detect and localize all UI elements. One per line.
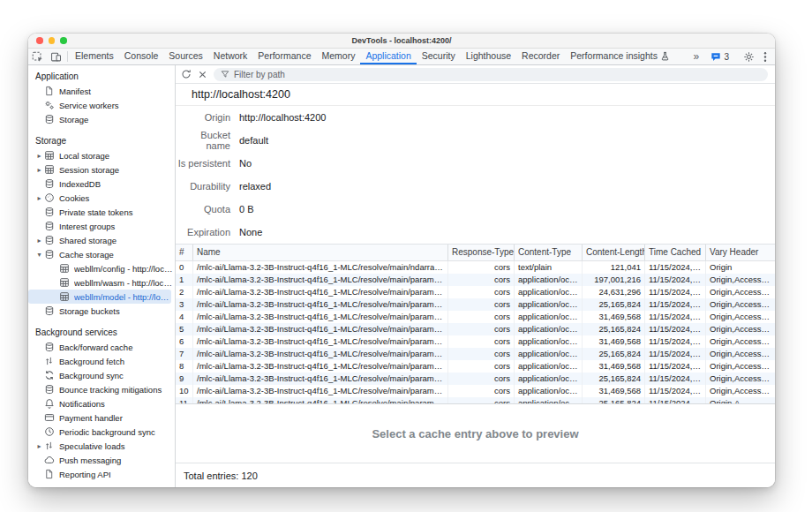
sidebar-item-interest-groups[interactable]: Interest groups (28, 219, 175, 233)
cell-content-length: 31,469,568 (583, 335, 645, 348)
cache-entry-row[interactable]: 11/mlc-ai/Llama-3.2-3B-Instruct-q4f16_1-… (176, 397, 775, 403)
devtools-tabbar: ElementsConsoleSourcesNetworkPerformance… (28, 49, 775, 65)
cache-entry-row[interactable]: 8/mlc-ai/Llama-3.2-3B-Instruct-q4f16_1-M… (176, 360, 775, 373)
tab-lighthouse[interactable]: Lighthouse (461, 49, 516, 64)
detail-value: 0 B (239, 204, 254, 215)
chevron-down-icon[interactable]: ▾ (34, 251, 44, 259)
partial-row-clip: 11/mlc-ai/Llama-3.2-3B-Instruct-q4f16_1-… (176, 397, 775, 403)
issues-button[interactable]: 3 (706, 52, 733, 62)
sidebar-item-session-storage[interactable]: ▸Session storage (28, 162, 175, 177)
tab-performance[interactable]: Performance (252, 49, 316, 64)
sidebar-item-indexeddb[interactable]: IndexedDB (28, 177, 175, 191)
column-header-response-type[interactable]: Response-Type (448, 245, 515, 260)
tab-security[interactable]: Security (417, 49, 461, 64)
column-header-time-cached[interactable]: Time Cached (645, 245, 706, 260)
sidebar-item-back-forward-cache[interactable]: Back/forward cache (28, 340, 175, 354)
sidebar-item-reporting-api[interactable]: Reporting API (28, 467, 175, 481)
column-header-content-length[interactable]: Content-Length (583, 245, 645, 260)
sidebar-item-storage[interactable]: Storage (28, 112, 175, 126)
tab-network[interactable]: Network (208, 49, 253, 64)
column-header-vary-header[interactable]: Vary Header (706, 245, 775, 260)
sidebar-item-local-storage[interactable]: ▸Local storage (28, 148, 175, 162)
cache-entry-row[interactable]: 5/mlc-ai/Llama-3.2-3B-Instruct-q4f16_1-M… (176, 323, 775, 335)
filter-placeholder: Filter by path (234, 70, 285, 79)
settings-gear-icon[interactable] (740, 51, 758, 63)
cell-item: 2 (176, 286, 193, 298)
tab-sources[interactable]: Sources (163, 49, 208, 64)
sidebar-item-background-sync[interactable]: Background sync (28, 368, 175, 382)
sidebar-item-label: Speculative loads (59, 441, 126, 451)
cache-entry-row[interactable]: 7/mlc-ai/Llama-3.2-3B-Instruct-q4f16_1-M… (176, 348, 775, 360)
tabbar-right-icons: » 3 (687, 49, 775, 64)
filter-input[interactable]: Filter by path (214, 68, 768, 81)
cache-entry-row[interactable]: 3/mlc-ai/Llama-3.2-3B-Instruct-q4f16_1-M… (176, 298, 775, 311)
sidebar-item-periodic-background-sync[interactable]: Periodic background sync (28, 425, 175, 439)
bell-icon (44, 398, 56, 409)
sidebar-item-label: Private state tokens (59, 207, 134, 217)
sidebar-item-shared-storage[interactable]: ▸Shared storage (28, 233, 175, 247)
sidebar-item-label: webllm/model - http://loc… (74, 292, 171, 302)
tab-elements[interactable]: Elements (70, 49, 119, 64)
cache-entry-row[interactable]: 6/mlc-ai/Llama-3.2-3B-Instruct-q4f16_1-M… (176, 335, 775, 348)
inspect-element-icon[interactable] (28, 49, 47, 64)
cache-storage-panel: Filter by path http://localhost:4200 Ori… (176, 65, 775, 487)
refresh-icon[interactable] (181, 69, 192, 79)
sidebar-item-webllm-wasm-http-loca[interactable]: webllm/wasm - http://loca… (28, 275, 175, 290)
cell-name: /mlc-ai/Llama-3.2-3B-Instruct-q4f16_1-ML… (193, 397, 448, 403)
column-header-name[interactable]: Name (193, 245, 448, 260)
detail-row-is-persistent: Is persistentNo (176, 152, 775, 175)
cell-content-length: 197,001,216 (583, 274, 645, 286)
sidebar-item-storage-buckets[interactable]: Storage buckets (28, 304, 175, 318)
chevron-right-icon[interactable]: ▸ (34, 237, 44, 245)
delete-selected-icon[interactable] (198, 70, 207, 79)
chevron-right-icon[interactable]: ▸ (34, 442, 44, 450)
column-header-content-type[interactable]: Content-Type (515, 245, 583, 260)
database-icon (44, 207, 56, 217)
table-icon (59, 291, 71, 302)
more-tabs-button[interactable]: » (687, 50, 705, 63)
sidebar-item-webllm-model-http-loc[interactable]: webllm/model - http://loc… (28, 290, 171, 304)
tab-recorder[interactable]: Recorder (516, 49, 565, 64)
cache-entry-row[interactable]: 9/mlc-ai/Llama-3.2-3B-Instruct-q4f16_1-M… (176, 373, 775, 385)
cell-response-type: cors (448, 323, 515, 335)
cell-vary-header: Origin,Access… (706, 323, 775, 335)
chevron-right-icon[interactable]: ▸ (34, 166, 44, 174)
tab-application[interactable]: Application (360, 49, 416, 64)
service-worker-icon (44, 100, 56, 110)
cache-entry-row[interactable]: 0/mlc-ai/Llama-3.2-3B-Instruct-q4f16_1-M… (176, 261, 775, 274)
column-header-item[interactable]: # (176, 245, 193, 260)
tab-performance-insights[interactable]: Performance insights (565, 49, 675, 64)
device-toolbar-icon[interactable] (47, 49, 65, 64)
sync-icon (44, 370, 56, 380)
devtools-window: DevTools - localhost:4200/ ElementsConso… (28, 34, 775, 487)
sidebar-item-notifications[interactable]: Notifications (28, 396, 175, 410)
tab-console[interactable]: Console (119, 49, 164, 64)
sidebar-item-private-state-tokens[interactable]: Private state tokens (28, 205, 175, 219)
sidebar-item-speculative-loads[interactable]: ▸Speculative loads (28, 439, 175, 453)
detail-label: Bucket name (176, 130, 230, 151)
cache-entry-row[interactable]: 10/mlc-ai/Llama-3.2-3B-Instruct-q4f16_1-… (176, 385, 775, 397)
cache-entry-row[interactable]: 2/mlc-ai/Llama-3.2-3B-Instruct-q4f16_1-M… (176, 286, 775, 298)
sidebar-item-bounce-tracking-mitigations[interactable]: Bounce tracking mitigations (28, 382, 175, 396)
sidebar-item-background-fetch[interactable]: Background fetch (28, 354, 175, 368)
menu-dots-icon[interactable] (759, 51, 771, 63)
sidebar-item-service-workers[interactable]: Service workers (28, 98, 175, 112)
tab-label: Lighthouse (466, 50, 511, 61)
cell-response-type: cors (448, 360, 515, 373)
sidebar-item-manifest[interactable]: Manifest (28, 84, 175, 98)
arrows-updown-icon (44, 356, 56, 366)
sidebar-item-push-messaging[interactable]: Push messaging (28, 453, 175, 467)
sidebar-item-cookies[interactable]: ▸Cookies (28, 191, 175, 205)
cell-name: /mlc-ai/Llama-3.2-3B-Instruct-q4f16_1-ML… (193, 286, 448, 298)
tab-memory[interactable]: Memory (316, 49, 360, 64)
cell-response-type: cors (448, 335, 515, 348)
cache-entry-row[interactable]: 1/mlc-ai/Llama-3.2-3B-Instruct-q4f16_1-M… (176, 274, 775, 286)
sidebar-item-webllm-config-http-loc[interactable]: webllm/config - http://loc… (28, 261, 175, 275)
sidebar-item-cache-storage[interactable]: ▾Cache storage (28, 247, 175, 261)
cache-entry-row[interactable]: 4/mlc-ai/Llama-3.2-3B-Instruct-q4f16_1-M… (176, 311, 775, 323)
chevron-right-icon[interactable]: ▸ (34, 194, 44, 202)
chevron-right-icon[interactable]: ▸ (34, 152, 44, 160)
title-bar: DevTools - localhost:4200/ (28, 34, 775, 49)
sidebar-item-payment-handler[interactable]: Payment handler (28, 410, 175, 425)
detail-row-bucket-name: Bucket namedefault (176, 129, 775, 152)
